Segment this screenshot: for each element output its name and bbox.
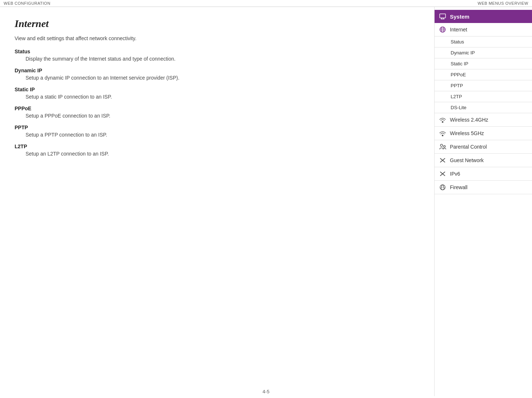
section-heading: L2TP [15,143,420,149]
sidebar-main-label: IPv6 [450,171,460,177]
section-heading: Dynamic IP [15,68,420,73]
header-right-label: Web Menus Overview [478,1,528,5]
sidebar-item-guest-network[interactable]: Guest Network [435,154,532,167]
firewall-icon [439,184,446,191]
svg-point-19 [440,185,445,190]
sidebar-sub-items: StatusDynamic IPStatic IPPPPoEPPTPL2TPDS… [435,37,532,113]
sidebar-system-label: System [450,14,469,20]
svg-rect-0 [440,14,446,18]
page-number: 4-5 [263,389,270,394]
sidebar-item-system[interactable]: System [435,10,532,23]
main-layout: Internet View and edit settings that aff… [0,7,532,396]
sidebar-main-label: Parental Control [450,144,487,150]
sidebar-internet-label: Internet [450,27,467,32]
sidebar-sub-item[interactable]: DS-Lite [435,102,532,113]
sidebar-item-firewall[interactable]: Firewall [435,181,532,194]
section-body: Setup an L2TP connection to an ISP. [26,151,420,157]
sidebar-main-label: Wireless 5GHz [450,130,484,136]
sidebar-sub-item[interactable]: Dynamic IP [435,47,532,58]
wireless-icon [439,130,446,137]
page-footer: 4-5 [0,389,532,394]
sidebar-item-ipv6[interactable]: IPv6 [435,167,532,181]
sidebar-sub-item[interactable]: Status [435,37,532,47]
sidebar-item-parental-control[interactable]: Parental Control [435,140,532,154]
section-heading: Status [15,49,420,54]
sections-container: StatusDisplay the summary of the Interne… [15,49,420,157]
svg-point-14 [444,146,446,148]
globe-icon [439,26,446,33]
section-body: Display the summary of the Internet stat… [26,56,420,62]
sidebar-main-items: Wireless 2.4GHz Wireless 5GHz Parental C… [435,113,532,194]
section-body: Setup a dynamic IP connection to an Inte… [26,75,420,81]
sidebar-sub-item[interactable]: PPTP [435,80,532,91]
sidebar-main-label: Wireless 2.4GHz [450,117,488,123]
page-header: Web Configuration Web Menus Overview [0,0,532,7]
section-heading: Static IP [15,87,420,92]
sidebar-sub-item[interactable]: Static IP [435,58,532,69]
sidebar-main-label: Guest Network [450,157,484,163]
monitor-icon [439,13,446,20]
section-heading: PPPoE [15,106,420,111]
page-title: Internet [15,18,420,30]
sidebar-sub-item[interactable]: PPPoE [435,69,532,80]
svg-point-10 [442,122,443,122]
sidebar-item-wireless-2.4ghz[interactable]: Wireless 2.4GHz [435,113,532,127]
svg-point-12 [442,135,443,136]
section-body: Setup a static IP connection to an ISP. [26,94,420,100]
x-icon [439,157,446,164]
section-body: Setup a PPTP connection to an ISP. [26,132,420,138]
sidebar-item-wireless-5ghz[interactable]: Wireless 5GHz [435,127,532,140]
intro-text: View and edit settings that affect netwo… [15,35,420,41]
content-area: Internet View and edit settings that aff… [0,7,434,396]
sidebar-sub-item[interactable]: L2TP [435,91,532,102]
header-left-label: Web Configuration [4,1,50,5]
sidebar-item-internet[interactable]: Internet [435,23,532,37]
svg-point-13 [440,144,443,146]
sidebar: System Internet StatusDynamic IPStatic I… [434,7,532,396]
parental-icon [439,143,446,150]
wireless-icon [439,116,446,123]
section-heading: PPTP [15,125,420,130]
section-body: Setup a PPPoE connection to an ISP. [26,113,420,119]
sidebar-main-label: Firewall [450,184,467,190]
x-icon [439,170,446,177]
